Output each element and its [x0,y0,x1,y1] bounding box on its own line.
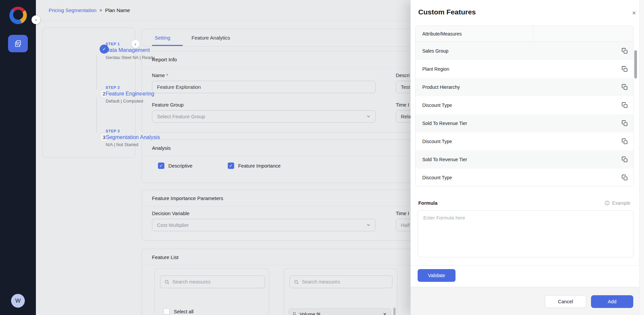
copy-icon[interactable] [622,84,628,90]
step-connector-1 [96,55,97,89]
table-body: Sales Group Plant Region Product Hierarc… [416,42,633,186]
table-row[interactable]: Discount Type [416,132,633,150]
selected-measures-panel: Search measures Volume 9L ✕ Gross sales … [284,268,397,315]
table-scrollbar[interactable] [634,50,637,78]
tab-feature-analytics[interactable]: Feature Analytics [192,29,230,46]
table-row[interactable]: Sold To Revenue Tier [416,150,633,169]
tab-setting[interactable]: Setting [155,29,170,46]
app-logo-icon[interactable] [9,7,27,24]
close-icon[interactable]: ✕ [632,10,636,16]
chip-volume-9l[interactable]: Volume 9L ✕ [288,308,391,315]
copy-icon[interactable] [622,175,628,181]
feature-importance-label: Feature Importance [238,163,281,169]
required-asterisk: * [166,73,168,78]
descriptive-label: Descriptive [168,163,193,169]
feature-list-title: Feature List [152,254,178,260]
table-row[interactable]: Plant Region [416,60,633,78]
cancel-button[interactable]: Cancel [545,295,586,308]
table-row[interactable]: Sold To Revenue Tier [416,114,633,132]
selected-measures-search[interactable]: Search measures [289,275,392,288]
description-label: Descri [396,73,410,78]
copy-icon[interactable] [622,66,628,72]
drag-handle-icon[interactable] [293,312,296,315]
feature-importance-checkbox[interactable]: ✓ [228,163,234,169]
decision-variable-select[interactable]: Cost Multiplier [152,219,376,231]
copy-icon[interactable] [622,138,628,145]
attribute-measures-table: Attribute/Measures Sales Group Plant Reg… [415,25,634,186]
select-all-row: Select all [163,308,194,315]
breadcrumb: Pricing Segmentation > Plan Name [49,7,130,13]
chevron-down-icon [366,223,371,227]
sidebar-item-plans[interactable] [8,35,28,52]
chip-label: Volume 9L [300,312,322,315]
time-level-label: Time I [396,102,409,108]
add-button[interactable]: Add [591,295,633,308]
breadcrumb-separator: > [100,8,102,13]
search-placeholder: Search measures [172,279,211,285]
feature-importance-checkbox-row: ✓ Feature Importance [228,163,281,169]
feature-group-label: Feature Group [152,102,183,108]
descriptive-checkbox[interactable]: ✓ [158,163,164,169]
feature-group-select[interactable]: Select Feature Group [152,110,376,123]
decision-variable-placeholder: Cost Multiplier [157,222,189,228]
sidebar-expand-button[interactable]: › [32,15,40,24]
chevron-left-icon: ‹ [135,42,136,47]
table-row[interactable]: Discount Type [416,96,633,114]
sidebar: W [0,0,36,315]
formula-input[interactable] [418,210,634,257]
panel-footer: Cancel Add [411,287,644,315]
search-placeholder: Search measures [302,279,340,285]
available-measures-panel: Search measures Select all C O [154,268,269,315]
page-scrollbar-track[interactable] [639,0,644,315]
descriptive-checkbox-row: ✓ Descriptive [158,163,193,169]
select-all-checkbox[interactable] [163,308,170,315]
chevron-right-icon: › [35,17,37,22]
decision-variable-label: Decision Variable [152,211,190,216]
validate-button[interactable]: Validate [418,269,455,282]
panel-title: Custom Features [418,8,476,16]
search-icon [294,279,299,285]
name-field[interactable] [152,81,376,93]
breadcrumb-pricing-segmentation[interactable]: Pricing Segmentation [49,7,97,13]
available-measures-search[interactable]: Search measures [160,275,265,288]
report-info-title: Report Info [152,57,177,62]
copy-icon[interactable] [622,120,628,127]
panel-divider [411,265,644,266]
analysis-title: Analysis [152,145,171,151]
stepper-collapse-button[interactable]: ‹ [131,40,140,48]
breadcrumb-plan-name: Plan Name [105,7,130,13]
copy-icon[interactable] [622,48,628,54]
user-avatar[interactable]: W [11,294,25,308]
table-row[interactable]: Product Hierarchy [416,78,633,96]
search-icon [164,279,169,285]
chevron-down-icon [366,114,371,119]
fip-time-label: Time I [396,211,409,216]
formula-label: Formula [418,200,437,206]
copy-icon[interactable] [622,102,628,109]
fip-title: Feature Importance Parameters [152,195,223,201]
tab-setting-underline [152,45,183,46]
step-connector-2 [96,98,97,133]
feature-group-placeholder: Select Feature Group [157,114,205,119]
copy-icon[interactable] [622,156,628,163]
name-label: Name * [152,73,168,78]
app-root: W › Pricing Segmentation > Plan Name ✓ S… [0,0,644,315]
stepper-panel: ✓ STEP 1 Data Management Gerdau Steel NA… [42,27,136,158]
clipboard-check-icon [14,40,22,48]
info-icon [604,200,610,206]
example-label: Example [612,200,630,206]
remove-chip-icon[interactable]: ✕ [383,312,387,315]
select-all-label: Select all [174,309,194,314]
table-row[interactable]: Sales Group [416,42,633,60]
custom-features-panel: Custom Features ✕ Attribute/Measures Sal… [411,0,644,315]
example-link[interactable]: Example [604,200,630,206]
table-row[interactable]: Discount Type [416,169,633,186]
selected-measures-scrollbar[interactable] [393,308,395,315]
table-header-attribute-measures: Attribute/Measures [416,26,633,42]
